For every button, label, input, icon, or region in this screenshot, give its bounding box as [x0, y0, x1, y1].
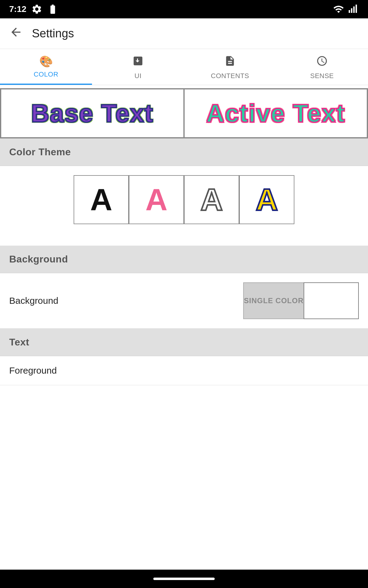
theme-option-black[interactable]: A	[74, 175, 129, 224]
battery-icon	[47, 4, 58, 15]
tab-ui-label: UI	[135, 72, 142, 80]
app-bar: Settings	[0, 18, 368, 49]
theme-option-outline[interactable]: A	[184, 175, 239, 224]
theme-option-pink[interactable]: A	[129, 175, 184, 224]
tab-color-label: COLOR	[34, 70, 59, 78]
spacer-1	[0, 233, 368, 246]
background-section-label: Background	[9, 254, 68, 265]
theme-a-outline-label: A	[201, 182, 223, 217]
tab-ui[interactable]: UI	[92, 49, 184, 85]
palette-icon: 🎨	[39, 55, 53, 68]
single-color-label: SINGLE COLOR	[244, 296, 304, 305]
base-text: Base Text	[31, 99, 153, 128]
tab-bar: 🎨 COLOR UI CONTENTS SENSE	[0, 49, 368, 85]
svg-rect-2	[353, 6, 355, 13]
single-color-button[interactable]: SINGLE COLOR	[243, 282, 304, 319]
back-icon	[9, 25, 23, 39]
svg-rect-3	[356, 5, 357, 13]
tab-sense[interactable]: SENSE	[276, 49, 368, 85]
tab-sense-label: SENSE	[310, 72, 334, 80]
color-theme-options: A A A A	[0, 166, 368, 233]
download-box-icon	[132, 55, 144, 70]
background-color-swatch[interactable]	[304, 282, 359, 319]
color-theme-section-header: Color Theme	[0, 138, 368, 166]
svg-rect-1	[351, 8, 353, 13]
foreground-row-label: Foreground	[9, 365, 57, 376]
signal-icon	[348, 4, 359, 15]
background-color-options: SINGLE COLOR	[243, 282, 359, 319]
status-bar-right	[333, 4, 359, 15]
status-bar: 7:12	[0, 0, 368, 18]
text-preview-row: Base Text Active Text	[0, 88, 368, 138]
status-time: 7:12	[9, 4, 26, 14]
tab-contents[interactable]: CONTENTS	[184, 49, 276, 85]
theme-option-yellow-blue[interactable]: A	[239, 175, 294, 224]
theme-a-pink-label: A	[145, 182, 167, 217]
tab-color[interactable]: 🎨 COLOR	[0, 49, 92, 85]
wifi-icon	[333, 4, 344, 15]
back-button[interactable]	[9, 25, 23, 42]
text-section-header: Text	[0, 329, 368, 356]
gear-icon	[31, 4, 42, 15]
home-indicator	[153, 578, 215, 580]
background-row: Background SINGLE COLOR	[0, 273, 368, 329]
theme-a-yellow-blue-label: A	[256, 182, 278, 217]
base-text-preview: Base Text	[1, 89, 184, 138]
file-text-icon	[224, 55, 236, 70]
text-section-label: Text	[9, 337, 29, 348]
svg-rect-0	[349, 10, 350, 13]
foreground-row: Foreground	[0, 356, 368, 385]
tab-contents-label: CONTENTS	[211, 72, 249, 80]
clock-circle-icon	[316, 55, 328, 70]
page-title: Settings	[32, 27, 74, 40]
theme-a-black-label: A	[90, 182, 112, 217]
bottom-nav-bar	[0, 570, 368, 588]
active-text: Active Text	[206, 99, 345, 128]
active-text-preview: Active Text	[184, 89, 367, 138]
status-bar-left: 7:12	[9, 4, 58, 15]
color-theme-label: Color Theme	[9, 146, 71, 157]
background-row-label: Background	[9, 296, 58, 306]
background-section-header: Background	[0, 246, 368, 273]
